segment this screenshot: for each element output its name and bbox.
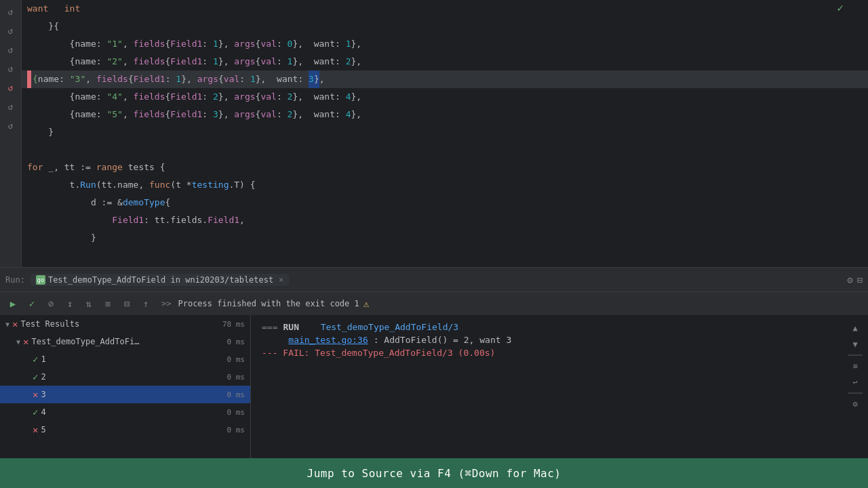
tree-item-4-label: 4 bbox=[41, 407, 45, 417]
up-button[interactable]: ↑ bbox=[137, 295, 155, 312]
code-line bbox=[22, 141, 868, 159]
tree-suite-label: Test_demoType_AddToFi… bbox=[31, 337, 139, 346]
status-fail-icon: ✕ bbox=[33, 424, 38, 435]
status-fail-icon: ✕ bbox=[23, 336, 28, 347]
tree-item-3-label: 3 bbox=[41, 390, 45, 399]
process-message-text: Process finished with the exit code 1 bbox=[178, 299, 359, 308]
scroll-up-button[interactable]: ▲ bbox=[848, 321, 863, 336]
rerun-icon[interactable]: ↺ bbox=[2, 3, 20, 20]
status-pass-icon: ✓ bbox=[33, 354, 38, 365]
process-message: >> Process finished with the exit code 1… bbox=[161, 298, 369, 309]
code-line: {name: "4", fields{Field1: 2}, args{val:… bbox=[22, 88, 868, 106]
status-pass-icon: ✓ bbox=[33, 371, 38, 382]
output-error-line: main_test.go:36 : AddToField() = 2, want… bbox=[262, 335, 857, 345]
code-line: } bbox=[22, 229, 868, 247]
run-tab-label: Test_demoType_AddToField in wni20203/tab… bbox=[48, 275, 273, 285]
tree-item-4[interactable]: ✓ 4 0 ms bbox=[0, 403, 250, 421]
tree-item-5-time: 0 ms bbox=[227, 426, 245, 434]
code-line: t.Run(tt.name, func(t *testing.T) { bbox=[22, 176, 868, 194]
tree-item-2-label: 2 bbox=[41, 372, 45, 382]
tree-root-time: 78 ms bbox=[222, 320, 245, 329]
checkmark-icon: ✓ bbox=[837, 1, 844, 14]
sort-desc-button[interactable]: ⇅ bbox=[80, 295, 98, 312]
check-button[interactable]: ✓ bbox=[23, 295, 41, 312]
output-run-line: === RUN Test_demoType_AddToField/3 bbox=[262, 322, 857, 332]
rerun2-icon[interactable]: ↺ bbox=[2, 22, 20, 39]
code-line: {name: "5", fields{Field1: 3}, args{val:… bbox=[22, 106, 868, 123]
left-side-panel: ↺ ↺ ↺ ↺ ↺ ↺ ↺ bbox=[0, 0, 22, 267]
code-line-current: {name: "3", fields{Field1: 1}, args{val:… bbox=[22, 70, 868, 88]
tree-item-2[interactable]: ✓ 2 0 ms bbox=[0, 368, 250, 386]
jump-to-source-banner[interactable]: Jump to Source via F4 (⌘Down for Mac) bbox=[0, 458, 868, 488]
tree-suite-time: 0 ms bbox=[227, 338, 245, 346]
tab-close-button[interactable]: ✕ bbox=[279, 275, 283, 284]
scroll-down-button[interactable]: ▼ bbox=[848, 337, 863, 352]
rerun6-icon[interactable]: ↺ bbox=[2, 98, 20, 115]
status-fail-icon: ✕ bbox=[33, 389, 38, 400]
run-bar: Run: go Test_demoType_AddToField in wni2… bbox=[0, 267, 868, 291]
jump-banner-text: Jump to Source via F4 (⌘Down for Mac) bbox=[307, 467, 561, 480]
tree-root-label: Test Results bbox=[20, 319, 79, 329]
run-button[interactable]: ▶ bbox=[4, 295, 22, 312]
tree-item-1-time: 0 ms bbox=[227, 355, 245, 364]
tree-item-3[interactable]: ✕ 3 0 ms bbox=[0, 386, 250, 403]
source-link[interactable]: main_test.go:36 bbox=[288, 335, 368, 345]
code-line: }{ bbox=[22, 18, 868, 35]
status-fail-icon: ✕ bbox=[12, 319, 18, 329]
bottom-panel-body: ▼ ✕ Test Results 78 ms ▼ ✕ Test_demoType… bbox=[0, 315, 868, 458]
run-label: Run: bbox=[5, 275, 25, 285]
wrap-lines-button[interactable]: ≡ bbox=[848, 359, 863, 373]
tree-item-5-label: 5 bbox=[41, 425, 45, 434]
settings-icon[interactable]: ⚙ bbox=[847, 274, 852, 285]
tree-item-root[interactable]: ▼ ✕ Test Results 78 ms bbox=[0, 315, 250, 333]
code-editor[interactable]: want int }{ {name: "1", fields{Field1: 1… bbox=[22, 0, 868, 267]
code-line: {name: "2", fields{Field1: 1}, args{val:… bbox=[22, 53, 868, 70]
stop-button[interactable]: ⊘ bbox=[42, 295, 60, 312]
run-tab[interactable]: go Test_demoType_AddToField in wni20203/… bbox=[31, 274, 289, 286]
soft-wrap-button[interactable]: ↩ bbox=[848, 375, 863, 390]
bottom-toolbar: ▶ ✓ ⊘ ↕ ⇅ ≡ ⊟ ↑ >> Process finished with… bbox=[0, 292, 868, 315]
rerun7-icon[interactable]: ↺ bbox=[2, 117, 20, 134]
cog-button[interactable]: ⚙ bbox=[848, 396, 863, 411]
rerun5-icon[interactable]: ↺ bbox=[2, 79, 20, 96]
tree-item-suite[interactable]: ▼ ✕ Test_demoType_AddToFi… 0 ms bbox=[0, 333, 250, 350]
code-line: want int bbox=[22, 0, 868, 18]
collapse-all-button[interactable]: ≡ bbox=[99, 295, 117, 312]
code-line: } bbox=[22, 123, 868, 141]
sort-asc-button[interactable]: ↕ bbox=[61, 295, 79, 312]
rerun3-icon[interactable]: ↺ bbox=[2, 41, 20, 58]
rerun4-icon[interactable]: ↺ bbox=[2, 60, 20, 77]
output-fail-line: --- FAIL: Test_demoType_AddToField/3 (0.… bbox=[262, 348, 857, 358]
tree-item-1-label: 1 bbox=[41, 354, 45, 364]
tree-item-3-time: 0 ms bbox=[227, 390, 245, 399]
bottom-panel: ▶ ✓ ⊘ ↕ ⇅ ≡ ⊟ ↑ >> Process finished with… bbox=[0, 291, 868, 488]
split-view-icon[interactable]: ⊟ bbox=[857, 274, 863, 285]
code-line: for _, tt := range tests { bbox=[22, 159, 868, 176]
test-output-panel: === RUN Test_demoType_AddToField/3 main_… bbox=[251, 315, 868, 458]
tree-item-5[interactable]: ✕ 5 0 ms bbox=[0, 421, 250, 439]
editor-main: ↺ ↺ ↺ ↺ ↺ ↺ ↺ want int }{ {name: "1", fi… bbox=[0, 0, 868, 291]
code-line: {name: "1", fields{Field1: 1}, args{val:… bbox=[22, 35, 868, 53]
code-line: d := &demoType{ bbox=[22, 194, 868, 211]
status-pass-icon: ✓ bbox=[33, 407, 38, 418]
chevron-icon: ▼ bbox=[5, 321, 9, 328]
code-line: Field1: tt.fields.Field1, bbox=[22, 211, 868, 229]
warning-icon: ⚠ bbox=[363, 298, 369, 309]
chevron-icon: ▼ bbox=[16, 338, 20, 346]
tree-item-1[interactable]: ✓ 1 0 ms bbox=[0, 350, 250, 368]
tree-item-2-time: 0 ms bbox=[227, 373, 245, 382]
tree-item-4-time: 0 ms bbox=[227, 408, 245, 417]
test-tree-panel: ▼ ✕ Test Results 78 ms ▼ ✕ Test_demoType… bbox=[0, 315, 251, 458]
scroll-buttons: ▲ ▼ ≡ ↩ ⚙ bbox=[848, 321, 863, 411]
filter-button[interactable]: ⊟ bbox=[118, 295, 136, 312]
editor-area: ↺ ↺ ↺ ↺ ↺ ↺ ↺ want int }{ {name: "1", fi… bbox=[0, 0, 868, 267]
go-file-icon: go bbox=[36, 275, 45, 285]
